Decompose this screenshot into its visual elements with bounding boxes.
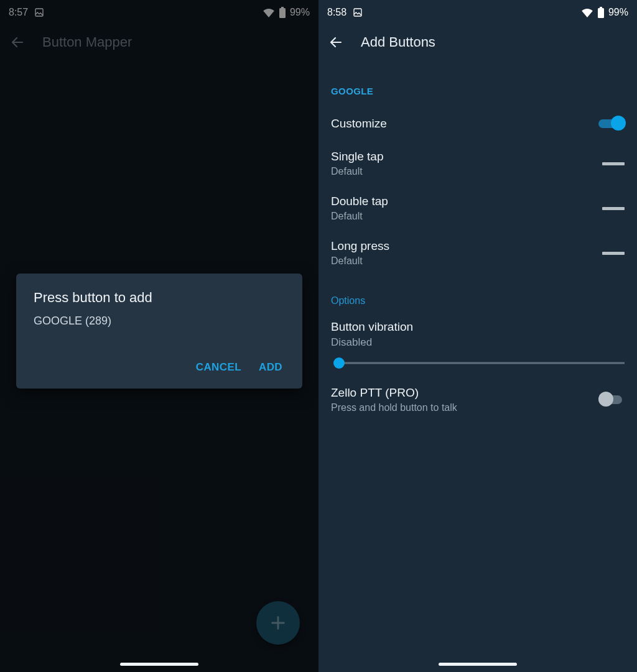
svg-rect-4 [598,8,604,18]
status-time: 8:58 [327,7,346,18]
single-tap-action-icon [602,162,625,165]
section-header-options: Options [331,295,625,306]
screen-button-mapper: 8:57 99% Button Mapper Press button to a… [0,0,318,672]
zello-switch[interactable] [598,392,625,408]
customize-switch[interactable] [598,116,625,132]
row-long-press[interactable]: Long press Default [331,231,625,275]
double-tap-value: Default [331,211,388,222]
vibration-value: Disabled [331,336,625,349]
image-icon [353,7,363,17]
svg-rect-3 [354,9,361,16]
long-press-action-icon [602,252,625,255]
row-button-vibration[interactable]: Button vibration Disabled [331,316,625,377]
dialog-title: Press button to add [34,290,285,306]
row-double-tap[interactable]: Double tap Default [331,186,625,231]
dialog-detected-button: GOOGLE (289) [34,315,285,328]
page-title: Add Buttons [361,34,435,50]
vibration-slider[interactable] [331,355,625,371]
row-single-tap[interactable]: Single tap Default [331,141,625,186]
long-press-value: Default [331,255,389,267]
screen-add-buttons: 8:58 99% Add Buttons GOOGLE Customize [318,0,637,672]
battery-icon [597,7,605,18]
customize-label: Customize [331,117,387,131]
zello-label: Zello PTT (PRO) [331,386,457,400]
nav-pill[interactable] [439,663,517,666]
back-button[interactable] [323,30,348,55]
double-tap-label: Double tap [331,195,388,208]
row-customize[interactable]: Customize [331,106,625,141]
single-tap-value: Default [331,166,384,177]
status-bar: 8:58 99% [318,0,637,25]
nav-pill[interactable] [120,663,198,666]
wifi-icon [581,7,593,17]
add-button-dialog: Press button to add GOOGLE (289) CANCEL … [16,274,302,389]
status-battery-pct: 99% [608,7,628,18]
section-header-google: GOOGLE [331,86,625,96]
add-button[interactable]: ADD [259,361,282,374]
single-tap-label: Single tap [331,150,384,163]
double-tap-action-icon [602,207,625,210]
vibration-label: Button vibration [331,320,625,334]
zello-desc: Press and hold button to talk [331,402,457,413]
row-zello-ptt[interactable]: Zello PTT (PRO) Press and hold button to… [331,377,625,422]
svg-rect-5 [600,7,602,8]
long-press-label: Long press [331,239,389,253]
cancel-button[interactable]: CANCEL [196,361,241,374]
app-bar: Add Buttons [318,25,637,60]
